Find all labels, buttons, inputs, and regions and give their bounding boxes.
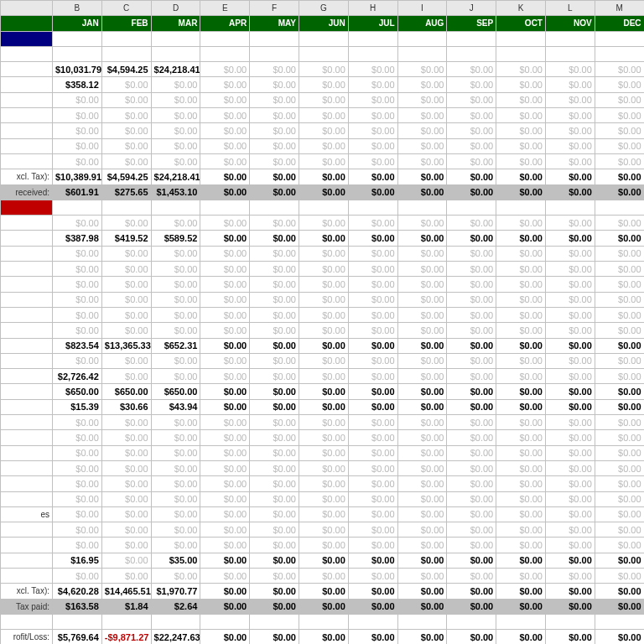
- value-cell[interactable]: $0.00: [447, 399, 496, 414]
- value-cell[interactable]: $0.00: [545, 384, 595, 399]
- value-cell[interactable]: $35.00: [151, 553, 200, 568]
- value-cell[interactable]: $0.00: [397, 430, 447, 445]
- value-cell[interactable]: $0.00: [53, 522, 102, 538]
- value-cell[interactable]: $0.00: [397, 184, 447, 200]
- value-cell[interactable]: $24,218.41: [151, 62, 200, 77]
- cell[interactable]: [397, 46, 447, 61]
- value-cell[interactable]: $0.00: [496, 77, 546, 92]
- value-cell[interactable]: $0.00: [53, 292, 102, 307]
- value-cell[interactable]: $0.00: [397, 246, 447, 261]
- row-label[interactable]: [1, 292, 53, 307]
- value-cell[interactable]: $0.00: [595, 491, 644, 506]
- row-label[interactable]: [1, 568, 53, 583]
- value-cell[interactable]: $0.00: [595, 538, 644, 553]
- value-cell[interactable]: $0.00: [447, 92, 496, 107]
- value-cell[interactable]: $0.00: [496, 445, 546, 460]
- value-cell[interactable]: $0.00: [151, 123, 200, 138]
- value-cell[interactable]: $0.00: [595, 323, 644, 338]
- value-cell[interactable]: $15.39: [53, 399, 102, 414]
- value-cell[interactable]: $0.00: [348, 323, 397, 338]
- value-cell[interactable]: $0.00: [53, 153, 102, 169]
- value-cell[interactable]: $0.00: [250, 630, 299, 644]
- value-cell[interactable]: $0.00: [53, 123, 102, 138]
- value-cell[interactable]: $0.00: [397, 522, 447, 538]
- value-cell[interactable]: $0.00: [250, 553, 299, 568]
- value-cell[interactable]: $0.00: [545, 430, 595, 445]
- value-cell[interactable]: $0.00: [250, 231, 299, 246]
- value-cell[interactable]: $0.00: [397, 231, 447, 246]
- value-cell[interactable]: $0.00: [299, 353, 348, 368]
- col-header[interactable]: M: [595, 1, 644, 16]
- cell[interactable]: [447, 46, 496, 61]
- value-cell[interactable]: $0.00: [200, 369, 250, 384]
- value-cell[interactable]: $0.00: [151, 476, 200, 491]
- value-cell[interactable]: $0.00: [595, 399, 644, 414]
- value-cell[interactable]: $0.00: [53, 445, 102, 460]
- value-cell[interactable]: $0.00: [595, 108, 644, 123]
- value-cell[interactable]: $0.00: [250, 277, 299, 292]
- value-cell[interactable]: $30.66: [101, 399, 151, 414]
- value-cell[interactable]: $0.00: [151, 277, 200, 292]
- value-cell[interactable]: $0.00: [447, 338, 496, 353]
- cell[interactable]: [101, 200, 151, 215]
- value-cell[interactable]: $0.00: [151, 292, 200, 307]
- col-header[interactable]: G: [299, 1, 348, 16]
- value-cell[interactable]: $0.00: [397, 538, 447, 553]
- value-cell[interactable]: $0.00: [545, 277, 595, 292]
- value-cell[interactable]: $0.00: [101, 262, 151, 277]
- value-cell[interactable]: $0.00: [595, 384, 644, 399]
- col-header[interactable]: C: [101, 1, 151, 16]
- value-cell[interactable]: $0.00: [200, 506, 250, 522]
- value-cell[interactable]: $0.00: [151, 92, 200, 107]
- value-cell[interactable]: $0.00: [348, 231, 397, 246]
- row-label[interactable]: xcl. Tax):: [1, 584, 53, 599]
- value-cell[interactable]: $0.00: [595, 599, 644, 614]
- cell[interactable]: [348, 614, 397, 629]
- value-cell[interactable]: $0.00: [200, 184, 250, 200]
- value-cell[interactable]: $0.00: [397, 491, 447, 506]
- value-cell[interactable]: $0.00: [397, 399, 447, 414]
- value-cell[interactable]: $0.00: [101, 353, 151, 368]
- value-cell[interactable]: $0.00: [200, 445, 250, 460]
- value-cell[interactable]: $0.00: [299, 338, 348, 353]
- value-cell[interactable]: $0.00: [447, 323, 496, 338]
- value-cell[interactable]: $0.00: [496, 169, 546, 184]
- value-cell[interactable]: $0.00: [250, 262, 299, 277]
- col-header[interactable]: K: [496, 1, 546, 16]
- value-cell[interactable]: $0.00: [496, 92, 546, 107]
- value-cell[interactable]: $0.00: [200, 169, 250, 184]
- value-cell[interactable]: $43.94: [151, 399, 200, 414]
- value-cell[interactable]: $0.00: [348, 169, 397, 184]
- value-cell[interactable]: $0.00: [53, 538, 102, 553]
- value-cell[interactable]: $0.00: [200, 430, 250, 445]
- value-cell[interactable]: $0.00: [250, 353, 299, 368]
- value-cell[interactable]: $0.00: [447, 262, 496, 277]
- month-header[interactable]: NOV: [545, 16, 595, 31]
- value-cell[interactable]: $0.00: [496, 307, 546, 322]
- value-cell[interactable]: $0.00: [348, 246, 397, 261]
- value-cell[interactable]: $0.00: [496, 384, 546, 399]
- value-cell[interactable]: $0.00: [397, 584, 447, 599]
- value-cell[interactable]: $0.00: [447, 430, 496, 445]
- row-label[interactable]: [1, 491, 53, 506]
- value-cell[interactable]: $0.00: [397, 415, 447, 430]
- value-cell[interactable]: $0.00: [200, 384, 250, 399]
- value-cell[interactable]: $0.00: [299, 169, 348, 184]
- row-label[interactable]: [1, 323, 53, 338]
- cell[interactable]: [595, 614, 644, 629]
- value-cell[interactable]: $0.00: [53, 246, 102, 261]
- value-cell[interactable]: $0.00: [299, 292, 348, 307]
- value-cell[interactable]: $0.00: [250, 338, 299, 353]
- value-cell[interactable]: $0.00: [496, 153, 546, 169]
- cell[interactable]: [397, 614, 447, 629]
- value-cell[interactable]: $0.00: [496, 553, 546, 568]
- cell[interactable]: [299, 614, 348, 629]
- value-cell[interactable]: $0.00: [200, 153, 250, 169]
- cell[interactable]: [1, 46, 53, 61]
- value-cell[interactable]: $0.00: [545, 216, 595, 231]
- value-cell[interactable]: $0.00: [101, 460, 151, 475]
- value-cell[interactable]: $0.00: [496, 184, 546, 200]
- value-cell[interactable]: $0.00: [250, 292, 299, 307]
- col-header[interactable]: [1, 1, 53, 16]
- cell[interactable]: [151, 614, 200, 629]
